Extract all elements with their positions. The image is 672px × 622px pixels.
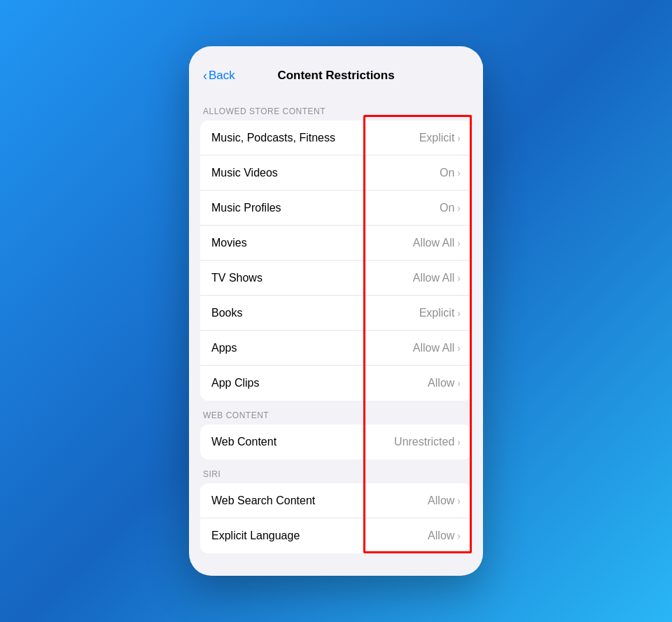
item-value: Allow xyxy=(428,377,454,389)
page-title: Content Restrictions xyxy=(277,69,394,83)
item-value: On xyxy=(440,202,454,214)
list-item-explicit-language[interactable]: Explicit Language Allow › xyxy=(200,518,472,553)
item-label: Music, Podcasts, Fitness xyxy=(211,132,335,144)
item-value-container: Allow › xyxy=(428,495,461,507)
item-label: Apps xyxy=(211,342,237,354)
item-label: App Clips xyxy=(211,377,259,389)
item-value-container: Allow › xyxy=(428,377,461,389)
item-value-container: Allow All › xyxy=(413,237,461,249)
section-header-allowed-store-content: ALLOWED STORE CONTENT xyxy=(189,97,483,120)
item-value-container: On › xyxy=(440,202,461,214)
item-value: Allow All xyxy=(413,272,455,284)
chevron-right-icon: › xyxy=(457,202,461,214)
item-value-container: Unrestricted › xyxy=(394,436,461,448)
chevron-right-icon: › xyxy=(457,343,461,354)
item-value: Explicit xyxy=(419,132,455,144)
item-value-container: Allow All › xyxy=(413,342,461,354)
chevron-right-icon: › xyxy=(457,132,461,144)
item-label: Music Profiles xyxy=(211,202,281,214)
list-item-apps[interactable]: Apps Allow All › xyxy=(200,331,472,366)
chevron-right-icon: › xyxy=(457,272,461,284)
chevron-right-icon: › xyxy=(457,237,461,249)
item-value-container: Explicit › xyxy=(419,307,461,319)
section-allowed-store-content: ALLOWED STORE CONTENT Music, Podcasts, F… xyxy=(189,97,483,401)
list-item-tv-shows[interactable]: TV Shows Allow All › xyxy=(200,261,472,296)
allowed-store-content-list: Music, Podcasts, Fitness Explicit › Musi… xyxy=(200,120,472,401)
section-siri: SIRI Web Search Content Allow › Explicit… xyxy=(189,459,483,553)
list-item-web-search-content[interactable]: Web Search Content Allow › xyxy=(200,483,472,518)
section-header-siri: SIRI xyxy=(189,459,483,483)
item-label: Movies xyxy=(211,237,247,249)
item-value: Explicit xyxy=(419,307,455,319)
item-value-container: Allow All › xyxy=(413,272,461,284)
chevron-right-icon: › xyxy=(457,167,461,179)
item-value: Allow All xyxy=(413,342,455,354)
chevron-right-icon: › xyxy=(457,378,461,389)
list-item-music-profiles[interactable]: Music Profiles On › xyxy=(200,191,472,226)
phone-card: ‹ Back Content Restrictions ALLOWED STOR… xyxy=(189,46,483,576)
item-value: Allow xyxy=(428,495,454,507)
content-area: ALLOWED STORE CONTENT Music, Podcasts, F… xyxy=(189,97,483,553)
item-value: Unrestricted xyxy=(394,436,454,448)
list-item-music-videos[interactable]: Music Videos On › xyxy=(200,156,472,191)
section-web-content: WEB CONTENT Web Content Unrestricted › xyxy=(189,401,483,459)
item-label: Music Videos xyxy=(211,167,278,179)
item-value: Allow All xyxy=(413,237,455,249)
back-label: Back xyxy=(209,69,235,83)
web-content-list: Web Content Unrestricted › xyxy=(200,424,472,459)
item-value: Allow xyxy=(428,530,454,542)
header: ‹ Back Content Restrictions xyxy=(189,63,483,97)
item-label: Web Content xyxy=(211,436,276,448)
item-value-container: Explicit › xyxy=(419,132,461,144)
list-item-music-podcasts-fitness[interactable]: Music, Podcasts, Fitness Explicit › xyxy=(200,120,472,156)
siri-list: Web Search Content Allow › Explicit Lang… xyxy=(200,483,472,553)
back-chevron-icon: ‹ xyxy=(203,69,207,83)
back-button[interactable]: ‹ Back xyxy=(203,69,235,83)
section-header-web-content: WEB CONTENT xyxy=(189,401,483,424)
list-item-movies[interactable]: Movies Allow All › xyxy=(200,226,472,261)
item-label: Web Search Content xyxy=(211,495,315,507)
list-item-web-content[interactable]: Web Content Unrestricted › xyxy=(200,424,472,459)
item-value-container: On › xyxy=(440,167,461,179)
item-label: TV Shows xyxy=(211,272,262,284)
item-value-container: Allow › xyxy=(428,530,461,542)
chevron-right-icon: › xyxy=(457,436,461,448)
list-item-app-clips[interactable]: App Clips Allow › xyxy=(200,366,472,401)
chevron-right-icon: › xyxy=(457,495,461,506)
item-value: On xyxy=(440,167,454,179)
chevron-right-icon: › xyxy=(457,530,461,541)
item-label: Explicit Language xyxy=(211,530,300,542)
chevron-right-icon: › xyxy=(457,307,461,319)
item-label: Books xyxy=(211,307,242,319)
list-item-books[interactable]: Books Explicit › xyxy=(200,296,472,331)
